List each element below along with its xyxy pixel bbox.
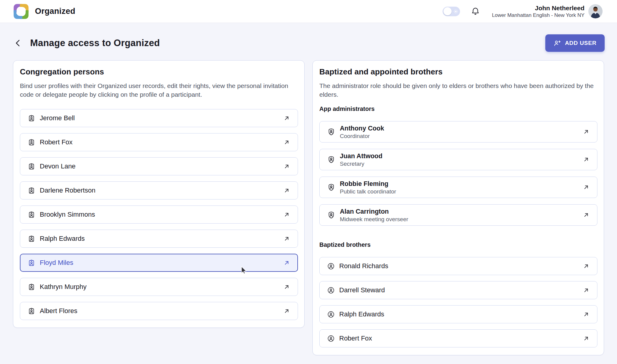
arrow-up-right-icon bbox=[283, 163, 290, 170]
arrow-up-right-icon bbox=[583, 184, 590, 191]
administrator-info: Anthony Cook Coordinator bbox=[340, 125, 384, 139]
theme-toggle[interactable] bbox=[443, 7, 460, 16]
congregation-person-row[interactable]: Darlene Robertson bbox=[20, 181, 298, 199]
brand: Organized bbox=[13, 4, 75, 19]
id-badge-icon bbox=[28, 139, 35, 146]
administrator-role: Midweek meeting overseer bbox=[340, 216, 408, 222]
person-name: Jerome Bell bbox=[40, 114, 75, 122]
brother-row[interactable]: Darrell Steward bbox=[319, 281, 597, 299]
appointed-brothers-panel: Baptized and appointed brothers The admi… bbox=[312, 60, 604, 355]
toggle-knob bbox=[443, 7, 452, 15]
account-menu[interactable]: John Netherleed Lower Manhattan English … bbox=[492, 4, 584, 18]
arrow-up-right-icon bbox=[583, 156, 590, 163]
brother-row[interactable]: Ralph Edwards bbox=[319, 305, 597, 323]
arrow-up-right-icon bbox=[283, 115, 290, 122]
administrator-info: Juan Attwood Secretary bbox=[340, 152, 382, 167]
user-avatar[interactable] bbox=[588, 4, 603, 18]
brothers-panel-description: The administrator role should be given o… bbox=[319, 81, 597, 99]
arrow-up-right-icon bbox=[583, 311, 590, 318]
arrow-up-right-icon bbox=[283, 235, 290, 242]
arrow-up-right-icon bbox=[583, 335, 590, 342]
person-name: Ralph Edwards bbox=[40, 235, 85, 243]
id-badge-icon bbox=[28, 307, 35, 315]
brother-name: Ralph Edwards bbox=[339, 310, 384, 318]
administrator-name: Anthony Cook bbox=[340, 125, 384, 132]
brothers-section: App administrators Anthony Cook Coordina… bbox=[319, 105, 597, 226]
arrow-up-right-icon bbox=[583, 287, 590, 294]
administrator-row[interactable]: Alan Carrington Midweek meeting overseer bbox=[319, 204, 597, 226]
congregation-person-row[interactable]: Floyd Miles bbox=[20, 254, 298, 272]
administrator-role: Coordinator bbox=[340, 133, 384, 139]
shield-person-icon bbox=[327, 128, 335, 136]
section-label: App administrators bbox=[319, 105, 597, 112]
user-name: John Netherleed bbox=[492, 4, 584, 12]
administrator-name: Juan Attwood bbox=[340, 152, 382, 160]
arrow-up-right-icon bbox=[583, 128, 590, 135]
person-name: Albert Flores bbox=[40, 307, 77, 315]
sun-icon bbox=[453, 9, 458, 14]
arrow-up-right-icon bbox=[283, 139, 290, 146]
brothers-sections: App administrators Anthony Cook Coordina… bbox=[319, 105, 597, 347]
congregation-panel-description: Bind user profiles with their Organized … bbox=[20, 81, 298, 99]
congregation-person-row[interactable]: Robert Fox bbox=[20, 133, 298, 151]
congregation-person-row[interactable]: Devon Lane bbox=[20, 157, 298, 175]
administrator-name: Alan Carrington bbox=[340, 208, 408, 215]
id-badge-icon bbox=[28, 235, 35, 243]
arrow-up-right-icon bbox=[283, 284, 290, 290]
person-circle-icon bbox=[327, 311, 335, 318]
person-circle-icon bbox=[327, 262, 335, 270]
add-user-button[interactable]: ADD USER bbox=[545, 34, 605, 52]
brother-name: Ronald Richards bbox=[339, 262, 388, 270]
top-bar-right: John Netherleed Lower Manhattan English … bbox=[443, 4, 603, 18]
notifications-bell-icon[interactable] bbox=[471, 6, 480, 17]
back-button[interactable] bbox=[13, 38, 23, 49]
organized-logo-icon bbox=[13, 4, 29, 19]
congregation-panel-title: Congregation persons bbox=[20, 67, 298, 77]
administrator-name: Robbie Fleming bbox=[340, 180, 396, 187]
brothers-section: Baptized brothers Ronald Richards Darrel… bbox=[319, 241, 597, 347]
administrator-row[interactable]: Anthony Cook Coordinator bbox=[319, 121, 597, 143]
section-label: Baptized brothers bbox=[319, 241, 597, 248]
congregation-person-row[interactable]: Jerome Bell bbox=[20, 109, 298, 127]
person-name: Robert Fox bbox=[40, 138, 73, 146]
arrow-up-right-icon bbox=[583, 212, 590, 218]
person-circle-icon bbox=[327, 335, 335, 342]
section-list: Anthony Cook Coordinator Juan Attwood Se… bbox=[319, 121, 597, 226]
person-add-icon bbox=[553, 39, 561, 47]
congregation-persons-panel: Congregation persons Bind user profiles … bbox=[13, 60, 305, 328]
app-name: Organized bbox=[35, 7, 75, 16]
brother-name: Robert Fox bbox=[339, 334, 372, 342]
congregation-person-row[interactable]: Kathryn Murphy bbox=[20, 278, 298, 296]
page-header: Manage access to Organized ADD USER bbox=[13, 34, 605, 52]
shield-person-icon bbox=[327, 155, 335, 164]
administrator-role: Public talk coordinator bbox=[340, 188, 396, 195]
shield-person-icon bbox=[327, 211, 335, 219]
congregation-person-row[interactable]: Albert Flores bbox=[20, 302, 298, 320]
brother-row[interactable]: Ronald Richards bbox=[319, 257, 597, 275]
shield-person-icon bbox=[327, 183, 335, 191]
congregation-person-row[interactable]: Ralph Edwards bbox=[20, 230, 298, 248]
id-badge-icon bbox=[28, 211, 35, 218]
id-badge-icon bbox=[28, 163, 35, 170]
id-badge-icon bbox=[28, 115, 35, 122]
congregation-person-row[interactable]: Brooklyn Simmons bbox=[20, 206, 298, 224]
user-congregation: Lower Manhattan English - New York NY bbox=[492, 12, 584, 18]
person-name: Kathryn Murphy bbox=[40, 283, 86, 291]
content: Congregation persons Bind user profiles … bbox=[13, 60, 604, 355]
person-name: Floyd Miles bbox=[40, 259, 73, 267]
administrator-role: Secretary bbox=[340, 161, 382, 167]
person-name: Brooklyn Simmons bbox=[40, 211, 95, 218]
arrow-up-right-icon bbox=[283, 308, 290, 315]
arrow-up-right-icon bbox=[283, 187, 290, 194]
section-list: Ronald Richards Darrell Steward bbox=[319, 257, 597, 347]
brother-row[interactable]: Robert Fox bbox=[319, 329, 597, 347]
brothers-panel-title: Baptized and appointed brothers bbox=[319, 67, 597, 77]
person-name: Darlene Robertson bbox=[40, 187, 96, 194]
add-user-label: ADD USER bbox=[565, 40, 597, 46]
administrator-row[interactable]: Juan Attwood Secretary bbox=[319, 149, 597, 170]
congregation-list: Jerome Bell Robert Fox bbox=[20, 109, 298, 320]
administrator-row[interactable]: Robbie Fleming Public talk coordinator bbox=[319, 177, 597, 198]
page-title: Manage access to Organized bbox=[30, 38, 160, 49]
id-badge-icon bbox=[28, 187, 35, 194]
arrow-up-right-icon bbox=[283, 259, 290, 266]
